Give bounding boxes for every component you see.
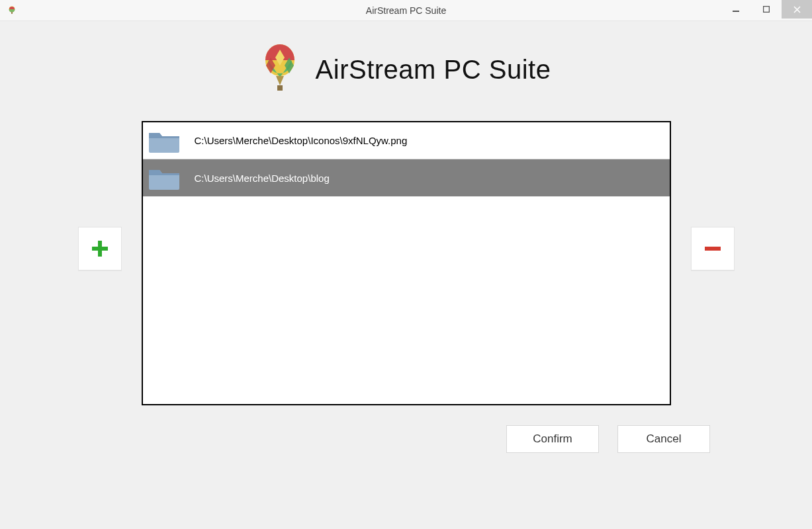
minimize-button[interactable] — [721, 0, 751, 19]
minus-icon — [703, 239, 723, 259]
file-list: C:\Users\Merche\Desktop\Iconos\9xfNLQyw.… — [142, 121, 671, 405]
list-item[interactable]: C:\Users\Merche\Desktop\blog — [143, 159, 670, 196]
svg-rect-2 — [733, 11, 739, 12]
plus-icon — [90, 239, 110, 259]
app-header: AirStream PC Suite — [16, 28, 796, 121]
svg-rect-3 — [764, 7, 770, 13]
list-item[interactable]: C:\Users\Merche\Desktop\Iconos\9xfNLQyw.… — [143, 122, 670, 159]
balloon-icon — [261, 44, 298, 95]
folder-icon — [147, 128, 181, 154]
confirm-button[interactable]: Confirm — [506, 425, 599, 453]
folder-icon — [147, 165, 181, 191]
button-row: Confirm Cancel — [16, 425, 796, 453]
svg-rect-10 — [92, 247, 108, 251]
remove-button[interactable] — [691, 227, 735, 270]
body-area: C:\Users\Merche\Desktop\Iconos\9xfNLQyw.… — [16, 121, 796, 405]
file-path: C:\Users\Merche\Desktop\Iconos\9xfNLQyw.… — [195, 135, 408, 146]
maximize-button[interactable] — [751, 0, 782, 19]
file-path: C:\Users\Merche\Desktop\blog — [195, 173, 330, 184]
window-title: AirStream PC Suite — [366, 5, 446, 16]
add-button[interactable] — [78, 227, 122, 270]
svg-rect-1 — [11, 12, 13, 14]
content-area: AirStream PC Suite — [0, 21, 812, 529]
app-window: AirStream PC Suite — [0, 0, 812, 529]
svg-rect-8 — [277, 85, 283, 91]
svg-rect-11 — [705, 247, 721, 251]
close-button[interactable] — [782, 0, 812, 19]
page-title: AirStream PC Suite — [316, 55, 551, 85]
window-controls — [721, 0, 812, 19]
titlebar: AirStream PC Suite — [0, 0, 812, 21]
app-icon — [7, 5, 17, 16]
cancel-button[interactable]: Cancel — [617, 425, 710, 453]
